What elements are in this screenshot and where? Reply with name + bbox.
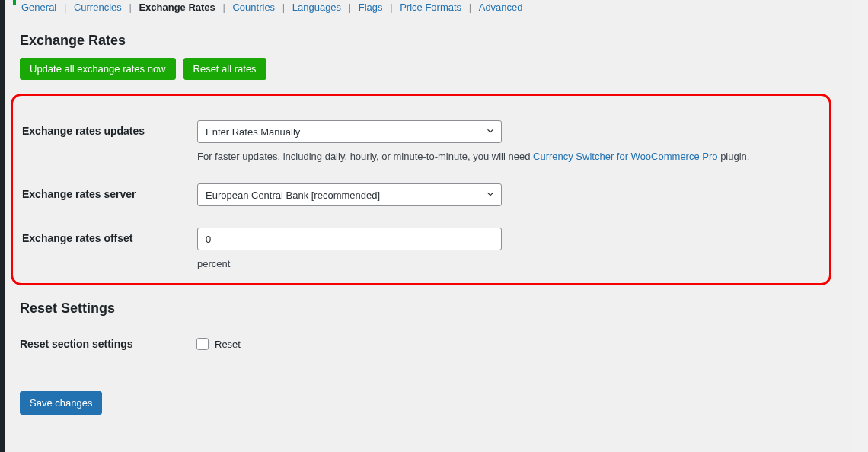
tab-sep: |: [129, 2, 131, 13]
rates-updates-description: For faster updates, including daily, hou…: [197, 151, 829, 162]
scrollbar[interactable]: [853, 0, 868, 452]
field-rates-updates: Exchange rates updates Enter Rates Manua…: [13, 111, 829, 165]
tab-advanced[interactable]: Advanced: [477, 2, 525, 13]
rates-updates-label: Exchange rates updates: [22, 120, 197, 137]
reset-checkbox-label: Reset: [215, 339, 241, 350]
main-content: General | Currencies | Exchange Rates | …: [15, 0, 853, 415]
tab-sep: |: [349, 2, 351, 13]
save-changes-button[interactable]: Save changes: [20, 391, 102, 415]
tab-sep: |: [282, 2, 285, 13]
rates-offset-input[interactable]: [197, 228, 502, 250]
tab-countries[interactable]: Countries: [231, 2, 276, 13]
reset-settings-title: Reset Settings: [20, 301, 853, 317]
action-buttons: Update all exchange rates now Reset all …: [20, 58, 853, 80]
highlighted-settings: Exchange rates updates Enter Rates Manua…: [11, 94, 831, 285]
update-rates-button[interactable]: Update all exchange rates now: [20, 58, 176, 80]
settings-tabs: General | Currencies | Exchange Rates | …: [15, 2, 853, 19]
reset-section-label: Reset section settings: [20, 338, 196, 350]
tab-sep: |: [222, 2, 225, 13]
accent-strip: [13, 0, 16, 5]
field-rates-offset: Exchange rates offset percent: [13, 209, 829, 272]
tab-exchange-rates[interactable]: Exchange Rates: [137, 2, 216, 13]
rates-updates-select[interactable]: Enter Rates Manually: [197, 120, 502, 143]
left-edge: [0, 0, 5, 452]
rates-server-label: Exchange rates server: [22, 183, 197, 200]
field-reset-section: Reset section settings Reset: [15, 327, 853, 350]
tab-sep: |: [390, 2, 392, 13]
reset-rates-button[interactable]: Reset all rates: [183, 58, 266, 80]
tab-sep: |: [64, 2, 66, 13]
rates-offset-unit: percent: [197, 258, 829, 269]
tab-languages[interactable]: Languages: [291, 2, 343, 13]
tab-currencies[interactable]: Currencies: [72, 2, 123, 13]
pro-plugin-link[interactable]: Currency Switcher for WooCommerce Pro: [533, 151, 718, 162]
field-rates-server: Exchange rates server European Central B…: [13, 165, 829, 209]
tab-price-formats[interactable]: Price Formats: [398, 2, 463, 13]
tab-sep: |: [469, 2, 471, 13]
section-title: Exchange Rates: [20, 33, 853, 49]
reset-checkbox[interactable]: [196, 338, 209, 350]
rates-offset-label: Exchange rates offset: [22, 228, 197, 244]
tab-flags[interactable]: Flags: [357, 2, 385, 13]
rates-server-select[interactable]: European Central Bank [recommended]: [197, 183, 502, 206]
tab-general[interactable]: General: [20, 2, 58, 13]
